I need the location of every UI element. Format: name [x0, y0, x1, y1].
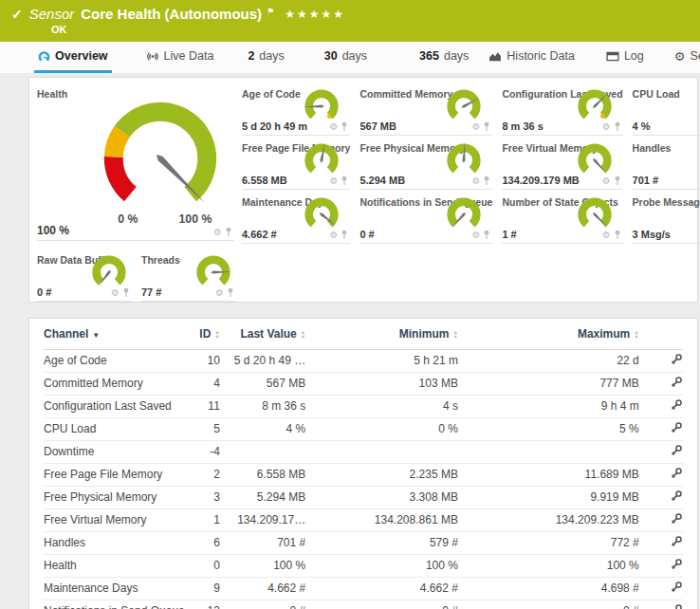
channel-settings-icon[interactable]: [671, 605, 683, 609]
pin-icon[interactable]: [614, 175, 621, 186]
tab-label: Overview: [55, 49, 108, 63]
gauge-tile-free-physical-memory[interactable]: Free Physical Memory5.294 MB⚙: [359, 139, 492, 190]
tab-number: 2: [248, 49, 254, 63]
last-value-cell: 134.209.17…: [220, 508, 305, 531]
table-row-downtime: Downtime-4: [44, 440, 683, 463]
pin-icon[interactable]: [225, 227, 232, 237]
tab-historic-data[interactable]: Historic Data: [485, 42, 579, 73]
tab-label: days: [259, 49, 284, 63]
gauge-tile-threads[interactable]: Threads77 #⚙: [141, 251, 236, 302]
sort-toggle-icon: ▲▼: [634, 330, 638, 339]
priority-stars[interactable]: ★★★★★: [285, 8, 345, 21]
column-header-minimum[interactable]: Minimum▲▼: [305, 319, 458, 349]
gear-icon[interactable]: ⚙: [602, 122, 611, 132]
gauge-tile-free-page-file-memory[interactable]: Free Page File Memory6.558 MB⚙: [242, 139, 350, 190]
pin-icon[interactable]: [341, 175, 348, 186]
column-header-maximum[interactable]: Maximum▲▼: [458, 319, 639, 349]
last-value-cell: 5.294 MB: [220, 486, 305, 508]
gear-icon[interactable]: ⚙: [471, 231, 480, 240]
tab-settings[interactable]: ⚙Settings: [671, 42, 700, 73]
tab-365-days[interactable]: 365days: [415, 42, 472, 73]
channel-settings-icon[interactable]: [671, 423, 683, 436]
channel-settings-icon[interactable]: [671, 378, 683, 391]
channel-settings-icon[interactable]: [671, 355, 683, 368]
channel-settings-icon[interactable]: [671, 560, 683, 573]
channel-settings-icon[interactable]: [671, 514, 683, 527]
pin-icon[interactable]: [122, 287, 130, 298]
gauge-tile-handles[interactable]: Handles701 #⚙: [633, 139, 700, 190]
gauge-value: 6.558 MB: [242, 175, 287, 186]
channel-settings-icon[interactable]: [671, 491, 683, 505]
pin-icon[interactable]: [227, 287, 234, 298]
sensor-status-badge: OK: [51, 24, 691, 35]
tab-overview[interactable]: Overview: [34, 42, 112, 73]
gauge-value: 134.209.179 MB: [502, 175, 579, 186]
table-row-cpu-load: CPU Load54 %0 %5 %: [44, 417, 683, 440]
pin-icon[interactable]: [483, 230, 490, 240]
minimum-cell: 103 MB: [305, 372, 458, 395]
channel-settings-icon[interactable]: [671, 400, 683, 414]
last-value-cell: 0 #: [220, 600, 305, 609]
id-cell: 5: [187, 417, 220, 440]
gauge-tile-age-of-code[interactable]: Age of Code5 d 20 h 49 m⚙: [242, 85, 350, 136]
gear-icon[interactable]: ⚙: [213, 228, 222, 237]
gauge-tile-probe-messages-per-second[interactable]: Probe Messages per Second3 Msg/s⚙: [633, 194, 700, 244]
gear-icon[interactable]: ⚙: [215, 288, 224, 298]
channel-cell: Free Virtual Memory: [44, 508, 187, 531]
tab-live-data[interactable]: Live Data: [142, 42, 218, 73]
gear-icon[interactable]: ⚙: [471, 122, 480, 132]
tab-2-days[interactable]: 2days: [244, 42, 287, 73]
gauge-tile-free-virtual-memory[interactable]: Free Virtual Memory134.209.179 MB⚙: [502, 139, 622, 190]
gear-icon[interactable]: ⚙: [471, 176, 480, 186]
table-row-age-of-code: Age of Code105 d 20 h 49 …5 h 21 m22 d: [44, 349, 683, 372]
gauge-tile-cpu-load[interactable]: CPU Load4 %⚙: [633, 85, 700, 136]
channel-settings-icon[interactable]: [671, 469, 683, 482]
gauge-tile-raw-data-buffer[interactable]: Raw Data Buffer0 #⚙: [37, 251, 132, 302]
gear-icon[interactable]: ⚙: [602, 176, 611, 186]
gauge-tile-committed-memory[interactable]: Committed Memory567 MB⚙: [359, 85, 492, 136]
sort-toggle-icon: ▲▼: [301, 330, 305, 339]
channel-settings-icon[interactable]: [671, 537, 683, 550]
health-gauge-tile[interactable]: Health 0 % 100 % 100 % ⚙: [37, 85, 234, 241]
gear-icon[interactable]: ⚙: [602, 231, 611, 240]
gauge-tile-notifications-in-send-queue[interactable]: Notifications in Send Queue0 #⚙: [359, 194, 492, 244]
pin-icon[interactable]: [483, 175, 490, 186]
table-row-maintenance-days: Maintenance Days94.662 #4.662 #4.698 #: [44, 577, 683, 600]
row-settings-cell: [639, 372, 683, 395]
flag-icon[interactable]: ⚑: [267, 7, 274, 16]
gear-icon[interactable]: ⚙: [329, 122, 338, 132]
column-header-channel[interactable]: Channel▼: [44, 319, 187, 349]
column-header-id[interactable]: ID▲▼: [187, 319, 220, 349]
channel-table-panel: Channel▼ID▲▼Last Value▲▼Minimum▲▼Maximum…: [28, 318, 698, 609]
row-settings-cell: [639, 531, 683, 554]
gauge-tile-number-of-state-objects[interactable]: Number of State Objects1 #⚙: [502, 194, 622, 244]
pin-icon[interactable]: [614, 121, 621, 132]
tab-30-days[interactable]: 30days: [321, 42, 371, 73]
id-cell: 3: [187, 486, 220, 508]
gear-icon[interactable]: ⚙: [111, 288, 120, 298]
gear-icon[interactable]: ⚙: [329, 231, 338, 240]
tab-label: Historic Data: [507, 49, 575, 63]
channel-settings-icon[interactable]: [671, 582, 683, 596]
gauge-tile-maintenance-days[interactable]: Maintenance Days4.662 #⚙: [242, 194, 350, 244]
channel-cell: Free Page File Memory: [44, 463, 187, 486]
channel-table: Channel▼ID▲▼Last Value▲▼Minimum▲▼Maximum…: [44, 319, 683, 609]
pin-icon[interactable]: [614, 230, 621, 240]
maximum-cell: 777 MB: [458, 372, 639, 395]
pin-icon[interactable]: [341, 230, 348, 240]
id-cell: -4: [187, 440, 220, 463]
gauge-value: 701 #: [633, 175, 659, 186]
gauge-value: 0 #: [359, 229, 374, 240]
table-row-free-virtual-memory: Free Virtual Memory1134.209.17…134.208.8…: [44, 508, 683, 531]
gauge-tile-configuration-last-saved[interactable]: Configuration Last Saved8 m 36 s⚙: [502, 85, 622, 136]
gear-icon[interactable]: ⚙: [329, 176, 338, 186]
pin-icon[interactable]: [341, 121, 348, 132]
gauge-value: 1 #: [502, 229, 516, 240]
tab-log[interactable]: Log: [602, 42, 648, 73]
channel-settings-icon[interactable]: [671, 446, 683, 459]
pin-icon[interactable]: [483, 121, 490, 132]
channel-cell: Health: [44, 554, 187, 577]
minimum-cell: 2.235 MB: [305, 463, 458, 486]
column-header-last-value[interactable]: Last Value▲▼: [220, 319, 305, 349]
row-settings-cell: [639, 486, 683, 508]
